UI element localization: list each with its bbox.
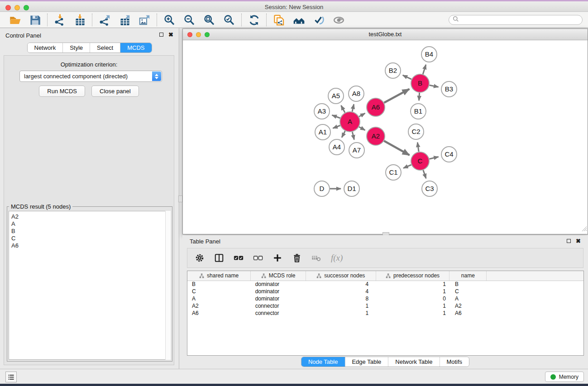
zoom-out-icon[interactable] [183, 14, 196, 26]
save-session-icon[interactable] [29, 14, 41, 26]
column-header-shared-name[interactable]: shared name [187, 271, 251, 281]
split-columns-icon[interactable] [214, 253, 224, 263]
cell: A [449, 295, 487, 302]
column-header-MCDS-role[interactable]: MCDS role [251, 271, 306, 281]
graph-node-label-C: C [418, 157, 423, 165]
cell-filler [487, 281, 583, 288]
gear-icon[interactable] [195, 253, 205, 263]
import-network-icon[interactable] [53, 14, 66, 26]
cell: 1 [376, 288, 449, 295]
tab-network[interactable]: Network [27, 43, 63, 52]
zoom-selected-icon[interactable] [223, 14, 235, 26]
open-session-icon[interactable] [9, 14, 21, 26]
graph-edge-C-C1[interactable] [403, 165, 411, 168]
graph-node-label-B3: B3 [445, 85, 453, 93]
delete-table-icon[interactable] [311, 253, 321, 263]
eye-icon[interactable] [332, 14, 345, 26]
graph-edge-A6-B[interactable] [384, 89, 409, 103]
mcds-result-title: MCDS result (5 nodes) [9, 203, 72, 210]
close-panel-button[interactable]: Close panel [91, 86, 139, 97]
export-table-icon[interactable] [118, 14, 131, 26]
status-bar: Memory [0, 369, 588, 384]
tab-style[interactable]: Style [63, 43, 90, 52]
graph-node-label-C2: C2 [411, 128, 420, 135]
node-table-row[interactable]: A2connector11A2 [187, 302, 583, 310]
tab-edge-table[interactable]: Edge Table [345, 357, 388, 367]
graph-node-label-C3: C3 [425, 185, 434, 192]
column-header-name[interactable]: name [449, 271, 487, 281]
tab-select[interactable]: Select [90, 43, 120, 52]
node-table-row[interactable]: Bdominator41B [187, 281, 583, 288]
node-table-row[interactable]: Adominator80A [187, 295, 583, 302]
graph-edge-A-A8[interactable] [352, 104, 354, 111]
optimization-select[interactable]: largest connected component (directed) [19, 71, 162, 82]
graph-edge-C-C3[interactable] [423, 170, 426, 178]
graph-edge-C-C2[interactable] [417, 143, 419, 152]
memory-button[interactable]: Memory [545, 372, 584, 382]
zoom-fit-icon[interactable] [203, 14, 215, 26]
mcds-result-list: A2ABCA6 [9, 211, 171, 360]
graph-edge-A-A4[interactable] [342, 131, 345, 137]
tab-network-table[interactable]: Network Table [388, 357, 440, 367]
window-resize-grip[interactable] [581, 225, 587, 234]
search-input[interactable] [461, 17, 578, 23]
table-panel-title: Table Panel [190, 238, 220, 245]
mcds-result-item[interactable]: B [11, 228, 170, 235]
graphics-details-icon[interactable] [312, 14, 325, 26]
graph-edge-A2-C[interactable] [384, 141, 409, 155]
apply-layout-icon[interactable] [248, 14, 260, 26]
graph-edge-A-A2[interactable] [359, 127, 365, 130]
search-box[interactable] [449, 15, 583, 25]
network-canvas[interactable]: AA1A2A3A4A5A6A7A8BB1B2B3B4CC1C2C3C4DD1 [183, 40, 588, 234]
cell: dominator [251, 295, 306, 302]
mcds-result-item[interactable]: C [11, 235, 170, 242]
result-scrollbar[interactable] [165, 211, 171, 360]
cell: 1 [376, 310, 449, 317]
network-window-titlebar[interactable]: testGlobe.txt [183, 29, 588, 40]
network-close-button[interactable] [187, 32, 192, 37]
export-image-icon[interactable] [138, 14, 151, 26]
graph-edge-B-B1[interactable] [419, 93, 420, 100]
trash-icon[interactable] [292, 253, 302, 263]
mcds-result-item[interactable]: A6 [11, 242, 170, 249]
close-panel-icon[interactable]: ✖ [168, 32, 173, 37]
run-mcds-button[interactable]: Run MCDS [39, 86, 85, 97]
table-close-panel-icon[interactable]: ✖ [576, 238, 581, 243]
unchecked-boxes-icon[interactable] [253, 253, 263, 263]
checked-boxes-icon[interactable] [234, 253, 244, 263]
export-network-icon[interactable] [98, 14, 111, 26]
cell: C [449, 288, 487, 295]
mcds-result-item[interactable]: A2 [11, 213, 170, 220]
mcds-result-item[interactable]: A [11, 220, 170, 228]
graph-edge-A-A3[interactable] [332, 115, 340, 118]
network-zoom-button[interactable] [205, 32, 210, 37]
task-history-button[interactable] [5, 372, 17, 382]
main-toolbar [0, 12, 588, 28]
graph-edge-B-B3[interactable] [430, 85, 439, 87]
zoom-in-icon[interactable] [163, 14, 176, 26]
tab-mcds[interactable]: MCDS [120, 43, 151, 52]
float-panel-icon[interactable] [159, 33, 163, 37]
column-header-successor-nodes[interactable]: successor nodes [306, 271, 376, 281]
function-builder-icon[interactable]: f(x) [331, 253, 343, 263]
memory-label: Memory [559, 374, 578, 380]
graph-edge-B-B4[interactable] [423, 65, 426, 74]
graph-edge-A-A6[interactable] [359, 113, 365, 117]
home-icon[interactable] [292, 14, 305, 26]
graph-edge-B-B2[interactable] [403, 75, 411, 79]
column-header-predecessor-nodes[interactable]: predecessor nodes [376, 271, 449, 281]
graph-edge-A-A5[interactable] [341, 105, 345, 113]
node-table-row[interactable]: A6connector11A6 [187, 310, 583, 317]
graph-edge-C-C4[interactable] [429, 157, 438, 159]
table-float-panel-icon[interactable] [567, 239, 571, 243]
tab-node-table[interactable]: Node Table [301, 357, 345, 367]
vertical-splitter-grip[interactable] [178, 195, 182, 202]
import-table-icon[interactable] [73, 14, 86, 26]
network-minimize-button[interactable] [196, 32, 201, 37]
tab-motifs[interactable]: Motifs [440, 357, 469, 367]
graph-edge-A-A1[interactable] [333, 125, 340, 128]
copy-network-icon[interactable] [272, 14, 285, 26]
node-table-row[interactable]: Cdominator41C [187, 288, 583, 295]
graph-edge-A-A7[interactable] [352, 132, 354, 139]
add-icon[interactable] [272, 253, 282, 263]
